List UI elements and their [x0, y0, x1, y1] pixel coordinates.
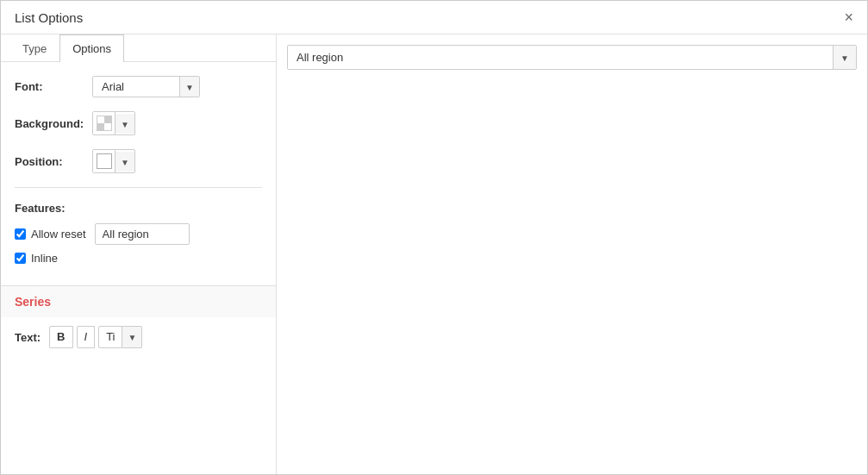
- text-size-dropdown[interactable]: ▼: [122, 326, 142, 348]
- inline-checkbox[interactable]: [15, 253, 26, 264]
- allow-reset-input[interactable]: [95, 223, 190, 245]
- color-swatch-grid: [97, 116, 112, 131]
- dialog-header: List Options ×: [1, 1, 867, 34]
- text-size-button[interactable]: Ti: [98, 326, 122, 348]
- allow-reset-row: Allow reset: [15, 223, 262, 245]
- region-value: All region: [288, 46, 833, 69]
- chevron-down-icon: ▼: [121, 158, 129, 167]
- region-dropdown[interactable]: All region ▼: [287, 45, 857, 70]
- text-size-group: Ti ▼: [98, 326, 142, 348]
- list-options-dialog: List Options × Type Options Font: Arial: [0, 0, 868, 475]
- allow-reset-checkbox[interactable]: [15, 228, 26, 240]
- font-value: Arial: [93, 77, 179, 97]
- dialog-body: Type Options Font: Arial ▼: [1, 34, 867, 474]
- font-select[interactable]: Arial ▼: [92, 76, 200, 97]
- position-row: Position: ▼: [15, 149, 262, 173]
- font-label: Font:: [15, 80, 92, 93]
- position-icon: [97, 153, 112, 169]
- swatch-q2: [104, 116, 111, 123]
- background-row: Background: ▼: [15, 111, 262, 135]
- font-dropdown-arrow[interactable]: ▼: [179, 77, 199, 97]
- italic-button-group: I: [77, 326, 96, 348]
- background-label: Background:: [15, 117, 92, 130]
- tabs-bar: Type Options: [1, 34, 276, 62]
- position-swatch: [93, 150, 116, 172]
- panel-content: Font: Arial ▼ Background:: [1, 62, 276, 474]
- background-dropdown-arrow[interactable]: ▼: [116, 114, 134, 134]
- bold-button-group: B: [49, 326, 72, 348]
- section-divider: [15, 187, 262, 188]
- panel-inner: Font: Arial ▼ Background:: [1, 62, 276, 285]
- right-panel: All region ▼: [277, 34, 867, 474]
- swatch-q3: [97, 123, 104, 130]
- features-label: Features:: [15, 202, 262, 215]
- text-toolbar: Text: B I Ti ▼: [1, 317, 276, 357]
- chevron-down-icon: ▼: [840, 53, 849, 63]
- bold-button[interactable]: B: [49, 326, 72, 348]
- position-picker[interactable]: ▼: [92, 149, 135, 173]
- left-panel: Type Options Font: Arial ▼: [1, 34, 277, 474]
- inline-row: Inline: [15, 252, 262, 265]
- swatch-q1: [97, 116, 104, 123]
- text-label: Text:: [15, 331, 41, 344]
- region-dropdown-arrow[interactable]: ▼: [833, 46, 856, 69]
- tab-options[interactable]: Options: [59, 34, 124, 62]
- background-swatch: [93, 112, 116, 134]
- chevron-down-icon: ▼: [185, 83, 194, 92]
- inline-label: Inline: [31, 252, 58, 265]
- font-row: Font: Arial ▼: [15, 76, 262, 97]
- swatch-q4: [104, 123, 111, 130]
- series-section: Series: [1, 285, 276, 317]
- position-label: Position:: [15, 155, 92, 168]
- chevron-down-icon: ▼: [121, 120, 129, 129]
- tab-type[interactable]: Type: [9, 34, 59, 62]
- italic-button[interactable]: I: [77, 326, 96, 348]
- series-title: Series: [15, 295, 262, 309]
- background-picker[interactable]: ▼: [92, 111, 135, 135]
- chevron-down-icon: ▼: [128, 333, 136, 342]
- dialog-title: List Options: [15, 10, 83, 25]
- position-dropdown-arrow[interactable]: ▼: [116, 152, 134, 172]
- allow-reset-label: Allow reset: [31, 228, 86, 241]
- close-button[interactable]: ×: [844, 9, 853, 25]
